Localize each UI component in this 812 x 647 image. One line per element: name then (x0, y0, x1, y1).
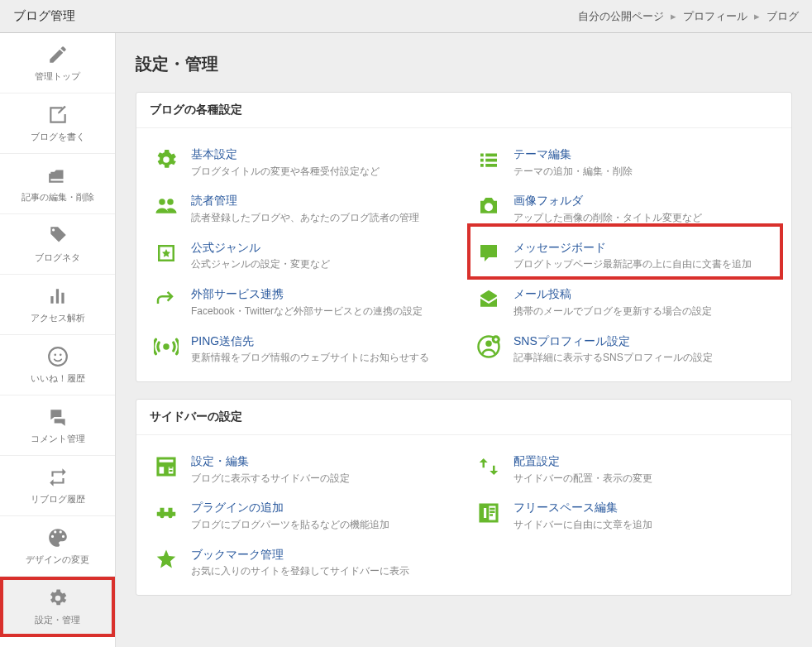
svg-point-5 (485, 340, 492, 347)
setting-title[interactable]: SNSプロフィール設定 (513, 333, 775, 350)
setting-item-share[interactable]: 外部サービス連携Facebook・Twitterなど外部サービスとの連携の設定 (150, 275, 456, 321)
setting-item-freespace[interactable]: フリースペース編集サイドバーに自由に文章を追加 (472, 488, 778, 534)
setting-text: 画像フォルダアップした画像の削除・タイトル変更など (513, 193, 775, 224)
breadcrumb: 自分の公開ページ ▸ プロフィール ▸ ブログ (578, 9, 799, 24)
setting-text: メール投稿携帯のメールでブログを更新する場合の設定 (513, 286, 775, 318)
sidebar-item-iine[interactable]: いいね！履歴 (0, 335, 115, 395)
setting-title[interactable]: PING送信先 (191, 333, 452, 350)
breadcrumb-profile[interactable]: プロフィール (683, 9, 748, 24)
setting-desc: 読者登録したブログや、あなたのブログ読者の管理 (191, 211, 452, 225)
panel-blog-settings: ブログの各種設定 基本設定ブログタイトルの変更や各種受付設定などテーマ編集テーマ… (136, 92, 792, 382)
setting-title[interactable]: ブックマーク管理 (191, 547, 775, 563)
star-box-icon (153, 240, 179, 266)
sidebar-item-label: コメント管理 (31, 433, 85, 445)
setting-desc: 公式ジャンルの設定・変更など (191, 257, 452, 271)
setting-desc: 更新情報をブログ情報のウェブサイトにお知らせする (191, 351, 452, 365)
setting-text: 外部サービス連携Facebook・Twitterなど外部サービスとの連携の設定 (191, 286, 452, 318)
setting-title[interactable]: プラグインの追加 (191, 500, 452, 516)
sidebar-item-label: 管理トップ (35, 70, 80, 83)
tag-icon (47, 225, 69, 247)
compose-icon (47, 104, 69, 126)
header-title: ブログ管理 (13, 8, 75, 24)
share-icon (153, 286, 179, 313)
users-icon (153, 193, 179, 219)
setting-item-mail[interactable]: メール投稿携帯のメールでブログを更新する場合の設定 (472, 275, 778, 321)
setting-title[interactable]: 画像フォルダ (513, 193, 775, 209)
setting-title[interactable]: メール投稿 (513, 286, 775, 303)
header: ブログ管理 自分の公開ページ ▸ プロフィール ▸ ブログ (0, 0, 812, 33)
breadcrumb-caret-icon: ▸ (754, 10, 760, 22)
sidebar-item-settings[interactable]: 設定・管理 (0, 577, 115, 637)
sidebar: 管理トップ ブログを書く 記事の編集・削除 ブログネタ アクセス解析 いいね！履… (0, 33, 116, 647)
setting-title[interactable]: フリースペース編集 (513, 500, 775, 516)
setting-title[interactable]: 設定・編集 (191, 453, 452, 470)
setting-text: フリースペース編集サイドバーに自由に文章を追加 (513, 500, 775, 531)
sidebar-item-access[interactable]: アクセス解析 (0, 275, 115, 335)
setting-item-layout[interactable]: 設定・編集ブログに表示するサイドバーの設定 (150, 442, 456, 488)
profile-icon (475, 333, 502, 360)
setting-title[interactable]: 基本設定 (191, 146, 452, 163)
setting-item-profile[interactable]: SNSプロフィール設定記事詳細に表示するSNSプロフィールの設定 (472, 322, 778, 368)
sidebar-item-edit[interactable]: 記事の編集・削除 (0, 154, 115, 214)
setting-item-swap[interactable]: 配置設定サイドバーの配置・表示の変更 (472, 442, 778, 488)
setting-item-plugin[interactable]: プラグインの追加ブログにブログパーツを貼るなどの機能追加 (150, 488, 456, 534)
setting-text: テーマ編集テーマの追加・編集・削除 (513, 146, 775, 178)
sidebar-item-design[interactable]: デザインの変更 (0, 516, 115, 577)
setting-text: ブックマーク管理お気に入りのサイトを登録してサイドバーに表示 (191, 547, 775, 578)
setting-item-ping[interactable]: PING送信先更新情報をブログ情報のウェブサイトにお知らせする (150, 322, 456, 368)
panel-sidebar-settings: サイドバーの設定 設定・編集ブログに表示するサイドバーの設定配置設定サイドバーの… (136, 399, 792, 596)
sidebar-item-label: リブログ履歴 (31, 493, 85, 506)
sidebar-item-neta[interactable]: ブログネタ (0, 214, 115, 275)
sidebar-item-label: ブログネタ (35, 252, 80, 264)
star-icon (153, 547, 179, 573)
sidebar-item-comment[interactable]: コメント管理 (0, 395, 115, 456)
setting-desc: サイドバーの配置・表示の変更 (513, 472, 775, 486)
gear-icon (153, 146, 179, 173)
setting-title[interactable]: 外部サービス連携 (191, 286, 452, 303)
sidebar-item-label: デザインの変更 (26, 554, 89, 566)
folders-icon (47, 165, 69, 186)
sidebar-item-label: 記事の編集・削除 (21, 191, 94, 204)
setting-item-star[interactable]: ブックマーク管理お気に入りのサイトを登録してサイドバーに表示 (150, 535, 778, 582)
sidebar-item-write[interactable]: ブログを書く (0, 93, 115, 154)
setting-text: メッセージボードブログトップページ最新記事の上に自由に文書を追加 (513, 240, 775, 271)
gear-icon (47, 587, 69, 609)
sidebar-item-label: ブログを書く (31, 131, 85, 143)
setting-desc: ブログに表示するサイドバーの設定 (191, 472, 452, 486)
setting-title[interactable]: 公式ジャンル (191, 240, 452, 256)
plugin-icon (153, 500, 179, 526)
setting-title[interactable]: テーマ編集 (513, 146, 775, 163)
setting-desc: お気に入りのサイトを登録してサイドバーに表示 (191, 564, 775, 578)
setting-desc: ブログにブログパーツを貼るなどの機能追加 (191, 518, 452, 532)
freespace-icon (475, 500, 502, 526)
setting-item-users[interactable]: 読者管理読者登録したブログや、あなたのブログ読者の管理 (150, 181, 456, 228)
main-content: 設定・管理 ブログの各種設定 基本設定ブログタイトルの変更や各種受付設定などテー… (116, 33, 812, 647)
pencil-icon (47, 44, 69, 65)
setting-text: PING送信先更新情報をブログ情報のウェブサイトにお知らせする (191, 333, 452, 365)
message-icon (475, 240, 502, 266)
setting-item-list[interactable]: テーマ編集テーマの追加・編集・削除 (472, 135, 778, 181)
breadcrumb-blog[interactable]: ブログ (767, 9, 799, 24)
setting-text: SNSプロフィール設定記事詳細に表示するSNSプロフィールの設定 (513, 333, 775, 365)
setting-title[interactable]: 配置設定 (513, 453, 775, 470)
setting-desc: アップした画像の削除・タイトル変更など (513, 211, 775, 225)
setting-text: 公式ジャンル公式ジャンルの設定・変更など (191, 240, 452, 271)
svg-point-3 (163, 343, 170, 350)
setting-desc: 記事詳細に表示するSNSプロフィールの設定 (513, 351, 775, 365)
breadcrumb-caret-icon: ▸ (671, 10, 676, 22)
setting-item-camera[interactable]: 画像フォルダアップした画像の削除・タイトル変更など (472, 181, 778, 228)
sidebar-item-label: 設定・管理 (35, 614, 80, 626)
palette-icon (47, 527, 69, 549)
sidebar-item-reblog[interactable]: リブログ履歴 (0, 456, 115, 516)
setting-text: 設定・編集ブログに表示するサイドバーの設定 (191, 453, 452, 485)
setting-item-gear[interactable]: 基本設定ブログタイトルの変更や各種受付設定など (150, 135, 456, 181)
sidebar-item-top[interactable]: 管理トップ (0, 33, 115, 93)
setting-title[interactable]: 読者管理 (191, 193, 452, 209)
mail-icon (475, 286, 502, 313)
setting-item-message[interactable]: メッセージボードブログトップページ最新記事の上に自由に文書を追加 (472, 228, 778, 275)
setting-item-star-box[interactable]: 公式ジャンル公式ジャンルの設定・変更など (150, 228, 456, 275)
setting-desc: テーマの追加・編集・削除 (513, 165, 775, 179)
setting-title[interactable]: メッセージボード (513, 240, 775, 256)
setting-desc: サイドバーに自由に文章を追加 (513, 518, 775, 532)
comments-icon (47, 406, 69, 428)
